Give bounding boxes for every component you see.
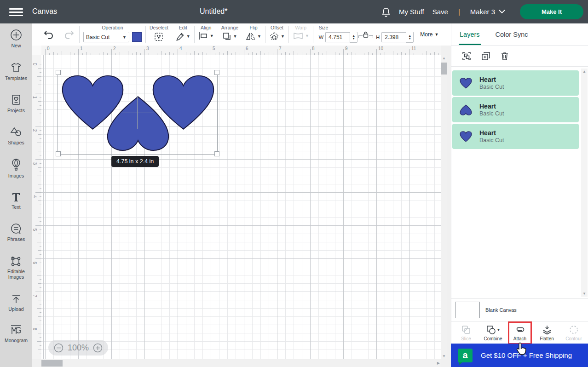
sidebar-item-templates[interactable]: Templates (0, 62, 32, 81)
width-label: W (319, 34, 323, 40)
layer-item-heart-3[interactable]: Heart Basic Cut (452, 124, 579, 149)
monogram-icon (0, 324, 32, 336)
document-title[interactable]: Untitled* (200, 7, 227, 16)
sidebar-item-monogram[interactable]: Monogram (0, 324, 32, 343)
sidebar-item-editable-images[interactable]: Editable Images (0, 255, 32, 280)
blank-canvas-swatch[interactable] (455, 302, 480, 318)
lock-aspect-icon[interactable] (363, 31, 369, 38)
height-label: H (376, 34, 380, 40)
warp-button[interactable]: Warp ▼ (289, 23, 313, 46)
attach-paperclip-icon (514, 325, 525, 335)
flip-button[interactable]: Flip ▼ (242, 23, 265, 46)
phrases-speech-bubble-icon (0, 223, 32, 235)
chevron-down-icon (499, 10, 505, 14)
more-button[interactable]: More▼ (420, 23, 438, 46)
promo-banner[interactable]: a Get $10 OFF + Free Shipping (451, 344, 588, 367)
layer-tools-bar: Slice ▼ Combine Attach Flatten (451, 321, 588, 344)
tab-layers[interactable]: Layers (460, 23, 480, 45)
chevron-down-icon: ▼ (497, 328, 501, 332)
notifications-bell-icon[interactable] (381, 7, 391, 17)
align-icon (198, 32, 208, 40)
align-button[interactable]: Align ▼ (195, 23, 218, 46)
promo-logo-icon: a (458, 349, 473, 362)
canvas-section-label: Canvas (32, 7, 57, 16)
make-it-button[interactable]: Make It (520, 4, 583, 19)
resize-handle-bottom-right[interactable] (214, 151, 219, 156)
layer-item-heart-2[interactable]: Heart Basic Cut (452, 97, 579, 122)
tab-color-sync[interactable]: Color Sync (496, 23, 528, 45)
resize-handle-top-left[interactable] (56, 70, 61, 75)
horizontal-scroll-thumb[interactable] (41, 360, 63, 367)
scroll-down-arrow-icon[interactable]: ▼ (581, 292, 588, 296)
combine-icon (486, 325, 496, 335)
machine-selector[interactable]: Maker 3 (470, 8, 505, 16)
sidebar-item-projects[interactable]: Projects (0, 94, 32, 113)
panel-tabs: Layers Color Sync (451, 23, 588, 46)
scroll-right-arrow-icon[interactable]: ▶ (437, 361, 440, 365)
left-sidebar: New Templates Projects Shapes Images Tex (0, 23, 32, 367)
contour-button[interactable]: Contour (562, 321, 586, 344)
edit-toolbar: Operation Basic Cut▼ Deselect Edit ▼ Ali… (32, 23, 451, 46)
hamburger-menu-icon[interactable] (9, 6, 23, 17)
deselect-button[interactable]: Deselect (146, 23, 172, 46)
layer-actions-row (451, 46, 588, 67)
text-icon (0, 191, 32, 202)
zoom-control: 100% (48, 340, 108, 356)
flatten-button[interactable]: Flatten (535, 321, 559, 344)
zoom-out-icon[interactable] (54, 343, 63, 353)
scroll-down-arrow-icon[interactable]: ▼ (441, 354, 447, 358)
sidebar-item-text[interactable]: Text (0, 191, 32, 210)
height-stepper[interactable]: ▲▼ (406, 32, 414, 43)
blank-canvas-row: Blank Canvas (451, 298, 588, 321)
upload-arrow-icon (0, 293, 32, 304)
undo-button[interactable] (43, 30, 54, 39)
offset-icon (269, 32, 279, 41)
zoom-in-icon[interactable] (93, 343, 103, 353)
design-canvas-grid[interactable]: 4.75 in x 2.4 in (41, 55, 441, 359)
slice-button[interactable]: Slice (454, 321, 478, 344)
duplicate-icon[interactable] (481, 51, 491, 61)
sidebar-item-phrases[interactable]: Phrases (0, 223, 32, 242)
selection-size-badge: 4.75 in x 2.4 in (111, 156, 159, 167)
color-swatch[interactable] (132, 32, 142, 42)
height-input[interactable]: 2.398 (381, 32, 406, 42)
arrange-button[interactable]: Arrange ▼ (218, 23, 242, 46)
sidebar-item-upload[interactable]: Upload (0, 293, 32, 312)
my-stuff-link[interactable]: My Stuff (399, 8, 424, 16)
panel-scrollbar[interactable]: ▲ ▼ (581, 69, 588, 297)
canvas-vertical-scrollbar[interactable]: ▲ ▼ (441, 55, 447, 359)
selection-bounding-box[interactable] (58, 72, 218, 155)
heart-layer-icon (460, 78, 472, 89)
sidebar-item-images[interactable]: Images (0, 158, 32, 178)
offset-button[interactable]: Offset ▼ (265, 23, 288, 46)
flatten-icon (542, 325, 553, 335)
vertical-scroll-thumb[interactable] (441, 63, 447, 75)
warp-icon (293, 32, 304, 40)
redo-button[interactable] (63, 30, 75, 39)
combine-button[interactable]: ▼ Combine (481, 321, 505, 344)
scroll-up-arrow-icon[interactable]: ▲ (581, 69, 588, 74)
layers-panel: Layers Color Sync Heart Basic Cut H (451, 23, 588, 367)
pencil-icon (176, 32, 185, 41)
scroll-up-arrow-icon[interactable]: ▲ (441, 56, 447, 60)
width-stepper[interactable]: ▲▼ (350, 32, 357, 43)
blank-canvas-label: Blank Canvas (485, 307, 517, 313)
sidebar-item-shapes[interactable]: Shapes (0, 126, 32, 145)
ruler-corner (32, 46, 42, 56)
cricut-design-space-window: Canvas Untitled* My Stuff Save | Maker 3… (0, 0, 588, 367)
slice-icon (461, 325, 471, 335)
group-select-icon[interactable] (461, 51, 472, 61)
delete-trash-icon[interactable] (500, 51, 509, 61)
attach-button-highlighted[interactable]: Attach (508, 321, 532, 344)
resize-handle-bottom-left[interactable] (56, 151, 61, 156)
heart-inverted-layer-icon (460, 104, 472, 115)
layer-item-heart-1[interactable]: Heart Basic Cut (452, 70, 579, 96)
operation-dropdown[interactable]: Basic Cut▼ (83, 32, 129, 42)
editable-images-icon (0, 255, 32, 267)
edit-button[interactable]: Edit ▼ (172, 23, 194, 46)
width-input[interactable]: 4.751 (325, 32, 350, 42)
canvas-horizontal-scrollbar[interactable]: ▶ (41, 360, 441, 367)
sidebar-item-new[interactable]: New (0, 29, 32, 48)
save-link[interactable]: Save (432, 8, 448, 16)
resize-handle-top-right[interactable] (214, 70, 219, 75)
